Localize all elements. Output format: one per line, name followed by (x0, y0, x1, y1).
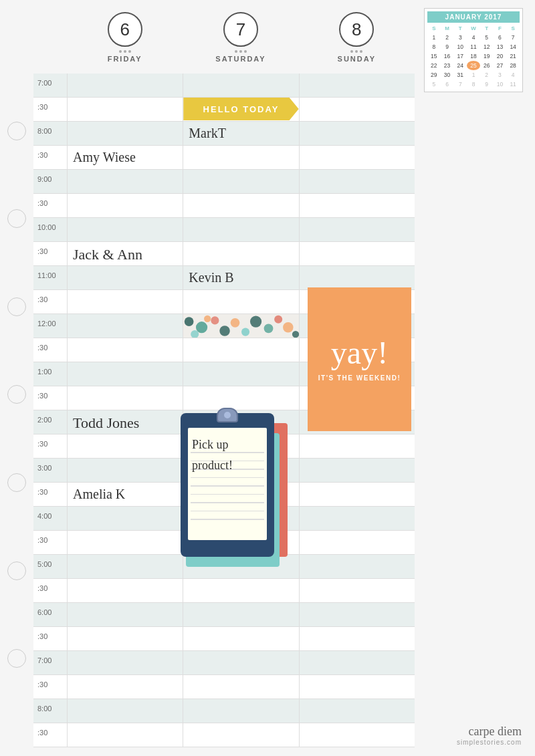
day-number-8: 8 (339, 12, 374, 47)
svg-point-8 (274, 316, 282, 324)
time-230: :30 (33, 434, 67, 458)
footer: carpe diem simplestories.com (457, 725, 522, 746)
amelia-k-label: Amelia K (73, 487, 125, 502)
cell-fri-130 (67, 386, 183, 410)
svg-point-9 (283, 322, 294, 333)
cell-fri-830pm (67, 723, 183, 747)
clipboard-clip (217, 408, 238, 422)
cal-22: 22 (427, 61, 441, 70)
row-930: :30 (33, 194, 415, 218)
cal-9: 9 (441, 42, 454, 51)
time-130: :30 (33, 386, 67, 410)
time-300: 3:00 (33, 459, 67, 482)
cal-today-25: 25 (467, 61, 480, 70)
circles-column (0, 74, 33, 716)
cell-sun-730pm (299, 675, 415, 699)
cell-sun-530 (299, 579, 415, 603)
svg-point-4 (231, 318, 240, 328)
jack-ann-label: Jack & Ann (73, 246, 142, 263)
cell-sun-730 (299, 98, 415, 122)
cal-header-m: M (441, 24, 454, 33)
cell-sun-800pm (299, 699, 415, 723)
svg-point-1 (196, 322, 207, 333)
time-1100: 11:00 (33, 266, 67, 289)
clipboard-paper: Pick upproduct! (188, 428, 267, 540)
yay-sticker: yay! IT'S THE WEEKEND! (308, 287, 411, 431)
cell-sat-1000 (183, 218, 298, 242)
cell-fri-700 (67, 74, 183, 98)
time-200: 2:00 (33, 410, 67, 434)
row-1030: :30 Jack & Ann (33, 242, 415, 266)
cell-fri-1200 (67, 314, 183, 338)
cal-4: 4 (467, 33, 480, 42)
time-700pm: 7:00 (33, 651, 67, 674)
time-530: :30 (33, 579, 67, 602)
circle-4[interactable] (7, 385, 26, 404)
clipboard-sticker: Pick upproduct! (181, 413, 294, 580)
circle-3[interactable] (7, 297, 26, 316)
day-name-sunday: SUNDAY (338, 55, 376, 63)
row-600: 6:00 (33, 603, 415, 627)
day-name-friday: FRIDAY (108, 55, 142, 63)
cell-sat-900 (183, 170, 298, 194)
row-830: :30 Amy Wiese (33, 146, 415, 170)
circle-5[interactable] (7, 473, 26, 492)
cal-10: 10 (453, 42, 467, 51)
svg-point-6 (250, 316, 261, 327)
row-830pm: :30 (33, 723, 415, 747)
circle-2[interactable] (7, 209, 26, 228)
cell-fri-1030: Jack & Ann (67, 242, 183, 266)
cell-fri-400 (67, 507, 183, 531)
row-730: :30 HELLO TOdAY (33, 98, 415, 122)
cal-header-s2: S (506, 24, 520, 33)
time-600: 6:00 (33, 603, 67, 626)
svg-point-10 (292, 331, 298, 338)
cal-header-f: F (494, 24, 507, 33)
cell-sun-330 (299, 483, 415, 507)
svg-point-2 (211, 316, 219, 324)
cell-sun-830pm (299, 723, 415, 747)
cal-8: 8 (427, 42, 441, 51)
cell-sun-1000 (299, 218, 415, 242)
cell-fri-900 (67, 170, 183, 194)
cell-fri-100 (67, 362, 183, 386)
day-name-saturday: SATURDAY (215, 55, 265, 63)
cal-header-w: W (467, 24, 480, 33)
cell-sat-530 (183, 579, 298, 603)
cal-5: 5 (480, 33, 494, 42)
cell-sat-830pm (183, 723, 298, 747)
amy-wiese-label: Amy Wiese (73, 150, 136, 165)
cal-21: 21 (506, 51, 520, 61)
cell-sun-430 (299, 531, 415, 555)
cal-27: 27 (494, 61, 507, 70)
cell-fri-730 (67, 98, 183, 122)
planner-page: 6 FRIDAY 7 SATURDAY 8 SUNDAY JANUARY 201… (0, 0, 535, 756)
cal-20: 20 (494, 51, 507, 61)
cell-fri-230 (67, 434, 183, 459)
circle-7[interactable] (7, 649, 26, 668)
cell-fri-530 (67, 579, 183, 603)
cal-header-s: S (427, 24, 441, 33)
days-header: 6 FRIDAY 7 SATURDAY 8 SUNDAY (67, 0, 415, 63)
circle-1[interactable] (7, 122, 26, 140)
cal-23: 23 (441, 61, 454, 70)
cell-sun-800 (299, 122, 415, 146)
cell-sun-1100 (299, 266, 415, 290)
cell-sat-800pm (183, 699, 298, 723)
time-730pm: :30 (33, 675, 67, 699)
row-700: 7:00 (33, 74, 415, 98)
svg-point-12 (204, 316, 211, 322)
cell-fri-1100 (67, 266, 183, 290)
time-1230: :30 (33, 338, 67, 362)
cal-13: 13 (494, 42, 507, 51)
day-number-6: 6 (108, 12, 142, 47)
circle-6[interactable] (7, 561, 26, 580)
time-400: 4:00 (33, 507, 67, 530)
svg-point-0 (185, 317, 194, 326)
cal-16: 16 (441, 51, 454, 61)
cell-fri-200: Todd Jones (67, 410, 183, 434)
cell-sun-400 (299, 507, 415, 531)
cal-14: 14 (506, 42, 520, 51)
cell-sun-600 (299, 603, 415, 627)
cal-24: 24 (453, 61, 467, 70)
